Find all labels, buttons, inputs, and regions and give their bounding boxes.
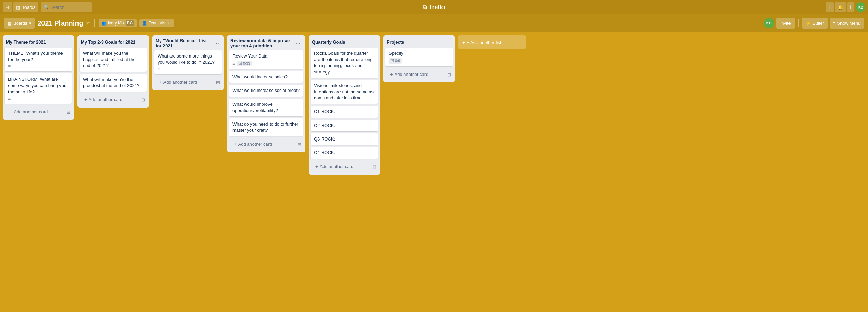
list-cards: What are some more things you would like… (152, 50, 224, 76)
avatar[interactable]: KB (856, 2, 865, 12)
card[interactable]: Q2 ROCK: (311, 120, 378, 131)
invite-button[interactable]: Invite (776, 18, 795, 29)
list-my-theme: My Theme for 2021···THEME: What's your t… (3, 35, 74, 120)
list-menu-button[interactable]: ··· (295, 39, 302, 47)
info-icon: ℹ (850, 5, 852, 10)
archive-icon[interactable]: ⊟ (296, 141, 303, 148)
show-menu-button[interactable]: ≡ Show Menu (830, 18, 864, 29)
list-title: Projects (387, 39, 444, 45)
add-card-button[interactable]: + Add another card (387, 70, 444, 79)
add-card-button[interactable]: + Add another card (6, 107, 64, 116)
card-text: What would improve operations/profitabil… (232, 101, 300, 114)
plus-icon: + (84, 97, 87, 102)
list-title: My "Would Be nice" List for 2021 (156, 38, 213, 48)
list-my-top-goals: My Top 2-3 Goals for 2021···What will ma… (77, 35, 149, 108)
list-menu-button[interactable]: ··· (444, 38, 451, 46)
archive-icon[interactable]: ⊟ (371, 164, 378, 170)
list-review-data: Review your data & improve your top 4 pr… (227, 35, 305, 152)
card[interactable]: THEME: What's your theme for the year?≡ (5, 48, 72, 71)
list-footer: + Add another card⊟ (227, 138, 305, 152)
archive-icon[interactable]: ⊟ (140, 97, 147, 103)
description-icon: ≡ (232, 61, 235, 66)
add-list-icon: + (462, 40, 465, 45)
list-menu-button[interactable]: ··· (369, 38, 377, 46)
visibility-badge[interactable]: 👤 Team Visible (139, 19, 174, 27)
star-button[interactable]: ☆ (86, 20, 90, 26)
add-card-button[interactable]: + Add another card (230, 139, 295, 149)
list-cards: What will make you the happiest and fulf… (77, 48, 149, 94)
card-text: Specify (389, 50, 449, 56)
top-nav: ⊞ ▦ Boards 🔍 ⧉ Trello + 🔔 ℹ KB (0, 0, 868, 14)
archive-icon[interactable]: ⊟ (65, 109, 72, 115)
card[interactable]: Rocks/Goals for the quarter are the item… (311, 48, 378, 78)
description-icon: ≡ (8, 64, 11, 69)
plus-icon: + (390, 72, 393, 77)
card-meta: ≡ (8, 64, 69, 69)
list-cards: Review Your Data≡☑ 0/33What would increa… (227, 50, 305, 138)
card[interactable]: What would increase sales? (229, 71, 303, 83)
card[interactable]: What will make you're the proudest at th… (80, 74, 147, 92)
add-card-button[interactable]: + Add another card (81, 95, 138, 104)
list-footer: + Add another card⊟ (77, 94, 149, 108)
card-text: THEME: What's your theme for the year? (8, 50, 69, 63)
card-meta: ≡ (158, 67, 218, 71)
card[interactable]: What will make you the happiest and fulf… (80, 48, 147, 72)
add-card-button[interactable]: + Add another card (156, 78, 213, 87)
card-meta: ≡ (8, 96, 69, 101)
card[interactable]: BRAINSTORM: What are some ways you can b… (5, 73, 72, 104)
list-header-review-data: Review your data & improve your top 4 pr… (227, 35, 305, 50)
team-icon: 👤 (142, 21, 147, 26)
archive-icon[interactable]: ⊟ (446, 71, 453, 78)
trello-icon: ⧉ (423, 4, 427, 10)
card-text: Visions, milestones, and Intentions are … (314, 83, 375, 101)
plus-icon: + (10, 109, 12, 114)
board-menu-button[interactable]: ▦ Boards ▾ (4, 18, 35, 29)
trello-logo: ⧉ Trello (423, 4, 445, 11)
card[interactable]: Q1 ROCK: (311, 106, 378, 117)
card[interactable]: What would improve operations/profitabil… (229, 99, 303, 116)
home-button[interactable]: ⊞ (3, 2, 12, 12)
add-card-button[interactable]: + Add another card (312, 162, 369, 171)
card[interactable]: Q3 ROCK: (311, 133, 378, 145)
card[interactable]: Visions, milestones, and Intentions are … (311, 80, 378, 104)
boards-button[interactable]: ▦ Boards (13, 2, 38, 12)
list-title: Quarterly Goals (312, 39, 369, 45)
board-header-right: KB Invite ⚡ Butler ≡ Show Menu (764, 18, 864, 29)
card[interactable]: Review Your Data≡☑ 0/33 (229, 50, 303, 69)
workspace-icon: 👥 (102, 21, 107, 26)
card-text: Q1 ROCK: (314, 109, 375, 115)
card-meta: ☑ 0/9 (389, 58, 449, 64)
workspace-badge[interactable]: 👥 Ivory Mix BC (99, 19, 137, 27)
list-title: My Theme for 2021 (6, 39, 64, 45)
notifications-button[interactable]: 🔔 (835, 2, 846, 12)
search-icon: 🔍 (44, 5, 49, 10)
boards-icon: ▦ (16, 5, 20, 10)
list-menu-button[interactable]: ··· (138, 38, 145, 46)
list-footer: + Add another card⊟ (3, 106, 74, 120)
board-content: My Theme for 2021···THEME: What's your t… (0, 32, 868, 312)
card-text: What would increase sales? (232, 74, 300, 80)
butler-button[interactable]: ⚡ Butler (802, 18, 828, 29)
list-menu-button[interactable]: ··· (213, 39, 220, 47)
card[interactable]: What would increase social proof? (229, 85, 303, 96)
card-meta: ≡☑ 0/33 (232, 61, 300, 66)
card[interactable]: Specify☑ 0/9 (385, 48, 453, 66)
member-avatar-kb[interactable]: KB (764, 18, 774, 28)
list-cards: THEME: What's your theme for the year?≡B… (3, 48, 74, 106)
list-menu-button[interactable]: ··· (64, 38, 71, 46)
add-another-list[interactable]: + + Add another list (458, 35, 526, 49)
info-button[interactable]: ℹ (847, 2, 854, 12)
card[interactable]: Q4 ROCK: (311, 147, 378, 159)
add-button[interactable]: + (826, 2, 834, 12)
card-text: What would increase social proof? (232, 87, 300, 94)
chevron-down-icon: ▾ (29, 21, 31, 26)
list-footer: + Add another card⊟ (309, 161, 380, 175)
archive-icon[interactable]: ⊟ (214, 79, 222, 86)
card[interactable]: What are some more things you would like… (154, 50, 222, 74)
card-text: What do you need to do to further master… (232, 121, 300, 133)
card-text: Q4 ROCK: (314, 150, 375, 156)
card-text: Rocks/Goals for the quarter are the item… (314, 50, 375, 75)
divider2 (798, 19, 799, 27)
description-icon: ≡ (8, 96, 11, 101)
card[interactable]: What do you need to do to further master… (229, 118, 303, 136)
